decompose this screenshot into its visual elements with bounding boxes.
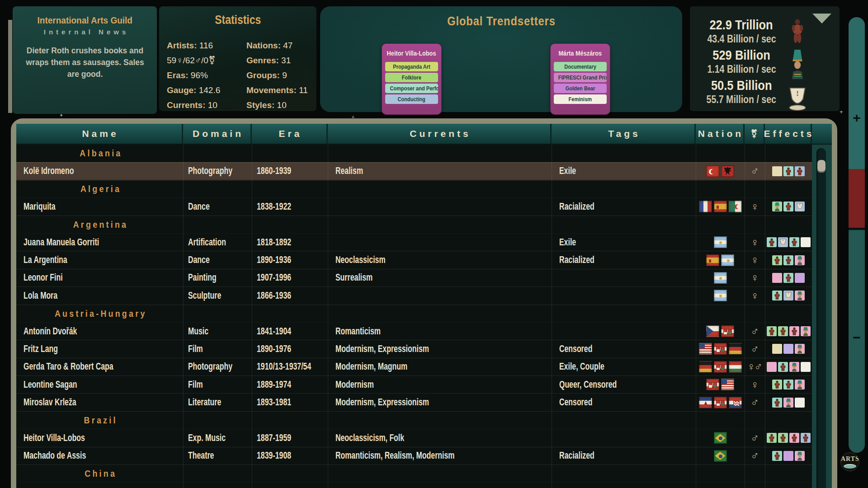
cell-gender: ♂	[745, 162, 765, 179]
effect-blank	[772, 273, 782, 283]
cell-tags: Racialized	[552, 198, 696, 215]
effect-fountain	[778, 237, 788, 247]
artist-row[interactable]: Fritz LangFilm1890-1976Modernism, Expres…	[16, 340, 812, 358]
cell-currents: Modernism, Expressionism	[328, 340, 552, 357]
cell-gender: ♀	[745, 269, 765, 286]
artist-row[interactable]: La ArgentinaDance1890-1936NeoclassicismR…	[16, 251, 812, 269]
wealth-row: 529 Billion1.14 Billion / sec	[695, 47, 788, 76]
stat-value: 11	[297, 85, 308, 95]
news-panel: International Arts Guild Internal News D…	[13, 6, 157, 114]
scrollbar-track[interactable]	[816, 148, 826, 488]
cell-era: 1838-1922	[252, 198, 328, 215]
cell-nation	[696, 251, 745, 268]
effect-venus	[778, 326, 788, 336]
flag-dz	[729, 201, 742, 212]
artist-row[interactable]: Leontine SaganFilm1889-1974ModernismQuee…	[16, 376, 812, 394]
effect-venus	[783, 273, 793, 283]
effect-blank	[772, 166, 782, 176]
column-header-nation[interactable]: Nation	[696, 124, 745, 144]
cell-tags: Queer, Censored	[552, 376, 696, 393]
artist-row[interactable]: MariquitaDance1838-1922Racialized♀	[16, 198, 812, 216]
country-group-row[interactable]: Argentina	[16, 216, 812, 234]
artist-row[interactable]: Kolë IdromenoPhotography1860-1939Realism…	[16, 162, 812, 180]
trendsetter-name: Heitor Villa-Lobos	[382, 49, 441, 57]
effect-venus	[789, 326, 799, 336]
cell-era: 1893-1981	[252, 394, 328, 411]
chevron-down-icon[interactable]	[812, 14, 831, 23]
cell-currents	[328, 287, 552, 304]
column-header-currents[interactable]: Currents	[328, 124, 552, 144]
cell-name: Kolë Idromeno	[16, 162, 183, 179]
artist-row[interactable]: Heitor Villa-LobosExp. Music1887-1959Neo…	[16, 429, 812, 447]
country-group-row[interactable]: Austria-Hungary	[16, 305, 812, 323]
cell-tags	[552, 323, 696, 340]
cell-effects	[765, 234, 812, 251]
timeline-bar[interactable]	[849, 17, 865, 453]
effect-fountain	[783, 291, 793, 300]
cell-currents: Modernism, Magnum	[328, 358, 552, 375]
trendsetter-card[interactable]: Márta MészárosDocumentaryFIPRESCI Grand …	[550, 43, 610, 115]
country-group-label: Austria-Hungary	[16, 308, 183, 319]
effect-nefertiti	[795, 380, 805, 389]
artist-row[interactable]: Machado de AssisTheatre1839-1908Romantic…	[16, 447, 812, 465]
news-body: Dieter Roth crushes books and wraps them…	[23, 45, 147, 80]
country-group-row[interactable]: Algeria	[16, 180, 812, 198]
effect-venus	[767, 237, 777, 247]
artist-row[interactable]: Lola MoraSculpture1866-1936♀	[16, 287, 812, 305]
effect-venus	[778, 433, 788, 443]
flag-es	[714, 201, 727, 212]
scrollbar-thumb[interactable]	[817, 160, 826, 173]
country-group-row[interactable]: Albania	[16, 145, 812, 162]
trendsetter-tag-chip: Propaganda Art	[385, 62, 438, 71]
flag-hr	[729, 397, 742, 408]
timeline-segment-top	[849, 17, 865, 169]
stat-line: Gauge: 142.6	[167, 83, 220, 98]
header-filler	[812, 124, 832, 144]
flag-ah	[714, 397, 727, 408]
stat-label: Movements:	[246, 85, 297, 95]
zoom-in-button[interactable]: +	[849, 110, 865, 126]
cell-nation	[696, 287, 745, 304]
artist-row[interactable]: Miroslav KrležaLiterature1893-1981Modern…	[16, 394, 812, 411]
column-header-domain[interactable]: Domain	[183, 124, 252, 144]
cell-currents	[328, 198, 552, 215]
column-header-effects[interactable]: Effects	[765, 124, 812, 144]
effect-nefertiti	[795, 344, 805, 354]
column-header-name[interactable]: Name	[16, 124, 183, 144]
cell-nation	[696, 340, 745, 357]
column-header-[interactable]: ⚧	[745, 124, 765, 144]
cell-gender: ♂	[745, 340, 765, 357]
trendsetter-card[interactable]: Heitor Villa-LobosPropaganda ArtFolklore…	[382, 43, 442, 115]
cell-tags: Racialized	[552, 447, 696, 465]
stat-line: Genres: 31	[246, 53, 308, 68]
artist-row[interactable]: Gerda Taro & Robert CapaPhotography1910/…	[16, 358, 812, 376]
artist-row[interactable]: Antonín DvořákMusic1841-1904Romanticism♂	[16, 323, 812, 340]
effect-venus	[778, 362, 788, 372]
artist-row[interactable]: Leonor FiniPainting1907-1996Surrealism♀	[16, 269, 812, 287]
cell-nation	[696, 376, 745, 393]
zoom-out-button[interactable]: −	[849, 330, 865, 345]
column-header-era[interactable]: Era	[252, 124, 328, 144]
country-group-row[interactable]: China	[16, 465, 812, 483]
cell-nation	[696, 269, 745, 286]
country-group-row[interactable]: Brazil	[16, 412, 812, 429]
effect-nefertiti	[795, 451, 805, 461]
cell-era: 1910/13-1937/54	[252, 358, 328, 375]
artist-row[interactable]: Juana Manuela GorritiArtification1818-18…	[16, 234, 812, 251]
flag-br	[714, 432, 727, 444]
effect-venus	[801, 433, 811, 443]
cell-name: Lola Mora	[16, 287, 183, 304]
cell-gender: ♀	[745, 376, 765, 393]
artists-table: NameDomainEraCurrentsTagsNation⚧Effects …	[11, 118, 837, 488]
column-header-tags[interactable]: Tags	[552, 124, 696, 144]
flag-es	[706, 254, 719, 266]
statistics-panel: Statistics Artists: 11659♀/62♂/0⚧Eras: 9…	[159, 6, 316, 111]
flag-de	[729, 343, 742, 355]
cell-nation	[696, 162, 745, 179]
stat-value: 31	[279, 56, 291, 65]
venus-icon	[785, 18, 810, 44]
stat-line: Nations: 47	[246, 38, 308, 53]
cell-effects	[765, 162, 812, 179]
trendsetter-tag-chip: Documentary	[554, 62, 607, 71]
cell-tags: Censored	[552, 394, 696, 411]
